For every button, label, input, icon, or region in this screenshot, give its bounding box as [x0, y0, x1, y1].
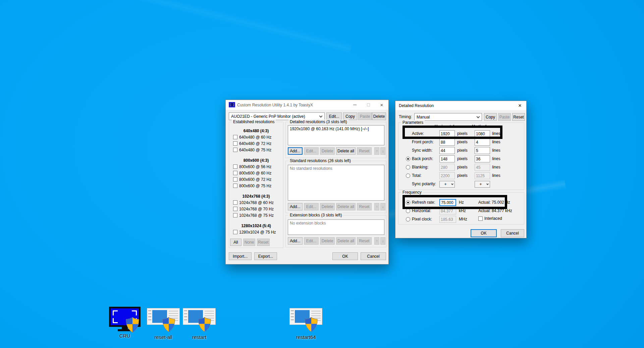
- checkbox-unchecked[interactable]: [233, 148, 237, 152]
- resolution-group-header: 1024x768 (4:3): [231, 193, 281, 199]
- window-title: Custom Resolution Utility 1.4.1 by Toast…: [237, 103, 313, 107]
- checkbox-unchecked[interactable]: [233, 207, 237, 211]
- resolution-group-header: 800x600 (4:3): [231, 157, 281, 163]
- resolution-group-header: 640x480 (4:3): [231, 128, 281, 134]
- standard-resolutions-listbox[interactable]: No standard resolutions: [288, 165, 384, 201]
- cru-titlebar[interactable]: Custom Resolution Utility 1.4.1 by Toast…: [226, 100, 388, 110]
- monitor-edit-button[interactable]: Edit...: [326, 112, 342, 120]
- detailed-resolution-item[interactable]: 1920x1080 @ 60.163 Hz (141.00 MHz) [–/–]: [290, 127, 382, 131]
- interlaced-checkbox-unchecked[interactable]: [478, 216, 483, 221]
- timing-select[interactable]: Manual: [414, 113, 482, 121]
- interlaced-checkbox-row[interactable]: Interlaced: [478, 216, 502, 221]
- resolution-checkbox-row[interactable]: 1024x768 @ 70 Hz: [231, 206, 281, 212]
- resolution-checkbox-row[interactable]: 800x600 @ 56 Hz: [231, 163, 281, 170]
- resolution-checkbox-row[interactable]: 640x480 @ 75 Hz: [231, 147, 281, 153]
- monitor-select-value: AUO21ED - Generic PnP Monitor (active): [231, 114, 305, 119]
- unit-label: lines: [492, 173, 500, 178]
- sync-polarity-vertical-select[interactable]: +: [475, 181, 490, 188]
- import-button[interactable]: Import...: [229, 252, 252, 260]
- monitor-copy-button[interactable]: Copy: [343, 112, 357, 120]
- detailed-add-button[interactable]: Add...: [288, 147, 303, 155]
- up-arrow-icon: ↑: [376, 204, 378, 209]
- extension-blocks-group: Extension blocks (3 slots left) No exten…: [285, 215, 386, 247]
- checkbox-unchecked[interactable]: [233, 171, 237, 175]
- icon-label: CRU: [106, 333, 143, 339]
- total-vertical-input: [475, 172, 490, 179]
- sync-width-row: Sync width: pixels lines: [401, 147, 521, 154]
- front-porch-vertical-input[interactable]: [475, 139, 490, 146]
- total-radio[interactable]: [406, 173, 410, 178]
- checkbox-unchecked[interactable]: [233, 200, 237, 205]
- checkbox-label: 1024x768 @ 70 Hz: [239, 207, 274, 211]
- sync-width-vertical-input[interactable]: [475, 147, 490, 154]
- horizontal-radio[interactable]: [406, 209, 410, 213]
- move-up-button: ↑: [374, 147, 379, 155]
- close-button[interactable]: ×: [514, 101, 526, 110]
- annotation-box-refresh-rate-row: [402, 195, 507, 209]
- back-porch-horizontal-input[interactable]: [439, 155, 455, 162]
- dialog-cancel-button[interactable]: Cancel: [501, 229, 524, 237]
- established-all-button[interactable]: All: [230, 239, 241, 246]
- checkbox-unchecked[interactable]: [233, 230, 237, 234]
- checkbox-label: 640x480 @ 60 Hz: [239, 135, 271, 140]
- checkbox-unchecked[interactable]: [233, 141, 237, 146]
- sync-polarity-horizontal-select[interactable]: +: [439, 181, 455, 188]
- monitor-select[interactable]: AUO21ED - Generic PnP Monitor (active): [229, 112, 325, 120]
- checkbox-unchecked[interactable]: [233, 135, 237, 139]
- icon-label: reset-all: [145, 334, 182, 340]
- group-label: Detailed resolutions (3 slots left): [288, 119, 348, 124]
- timing-reset-button[interactable]: Reset: [512, 113, 525, 121]
- back-porch-radio-selected[interactable]: [406, 157, 410, 161]
- resolution-checkbox-row[interactable]: 640x480 @ 60 Hz: [231, 134, 281, 140]
- dialog-titlebar[interactable]: Detailed Resolution ×: [395, 101, 526, 110]
- resolution-checkbox-row[interactable]: 800x600 @ 60 Hz: [231, 170, 281, 176]
- resolution-checkbox-row[interactable]: 1024x768 @ 60 Hz: [231, 199, 281, 206]
- desktop-icon-restart[interactable]: restart: [181, 307, 218, 340]
- resolution-checkbox-row[interactable]: 640x480 @ 72 Hz: [231, 140, 281, 147]
- dialog-title: Detailed Resolution: [399, 103, 434, 108]
- checkbox-unchecked[interactable]: [233, 177, 237, 182]
- checkbox-unchecked[interactable]: [233, 164, 237, 169]
- detailed-delete-all-button[interactable]: Delete all: [336, 147, 356, 155]
- cru-ok-button[interactable]: OK: [332, 252, 358, 260]
- unit-label: pixels: [457, 173, 468, 178]
- row-label: Total:: [412, 173, 422, 178]
- checkbox-label: 1280x1024 @ 75 Hz: [239, 230, 276, 235]
- export-button[interactable]: Export...: [254, 252, 277, 260]
- desktop-icon-restart64[interactable]: restart64: [287, 307, 324, 340]
- resolution-checkbox-row[interactable]: 1024x768 @ 75 Hz: [231, 212, 281, 218]
- sync-width-horizontal-input[interactable]: [439, 147, 455, 154]
- desktop-icon-cru[interactable]: CRU: [106, 307, 143, 339]
- desktop-icon-reset-all[interactable]: reset-all: [145, 307, 182, 340]
- checkbox-unchecked[interactable]: [233, 184, 237, 188]
- extension-blocks-listbox[interactable]: No extension blocks: [288, 219, 384, 235]
- timing-copy-button[interactable]: Copy: [484, 113, 497, 121]
- uac-shield-icon: [197, 317, 212, 332]
- checkbox-label: 640x480 @ 72 Hz: [239, 141, 271, 146]
- unit-label: pixels: [457, 156, 468, 161]
- back-porch-row: Back porch: pixels lines: [401, 155, 521, 163]
- timing-select-value: Manual: [417, 115, 430, 119]
- front-porch-horizontal-input[interactable]: [439, 139, 455, 146]
- resolution-checkbox-row[interactable]: 800x600 @ 72 Hz: [231, 176, 281, 183]
- standard-add-button[interactable]: Add...: [288, 203, 303, 210]
- detailed-resolutions-listbox[interactable]: 1920x1080 @ 60.163 Hz (141.00 MHz) [–/–]: [288, 125, 384, 145]
- cru-cancel-button[interactable]: Cancel: [361, 252, 386, 260]
- chevron-down-icon: [486, 183, 489, 185]
- minimize-button[interactable]: [348, 100, 362, 110]
- monitor-delete-button[interactable]: Delete: [372, 112, 386, 120]
- standard-reset-button: Reset: [357, 203, 372, 210]
- extension-add-button[interactable]: Add...: [288, 237, 303, 245]
- dialog-ok-button[interactable]: OK: [471, 229, 497, 237]
- resolution-checkbox-row[interactable]: 1280x1024 @ 75 Hz: [231, 229, 281, 235]
- checkbox-unchecked[interactable]: [233, 213, 237, 217]
- checkbox-label: 1024x768 @ 60 Hz: [239, 200, 274, 205]
- back-porch-vertical-input[interactable]: [475, 155, 490, 162]
- blanking-radio[interactable]: [406, 165, 410, 169]
- front-porch-row: Front porch: pixels lines: [401, 139, 521, 146]
- chevron-down-icon: [319, 114, 323, 117]
- close-button[interactable]: ×: [375, 100, 388, 110]
- resolution-checkbox-row[interactable]: 800x600 @ 75 Hz: [231, 183, 281, 189]
- pixel-clock-radio[interactable]: [406, 217, 410, 221]
- established-reset-button: Reset: [257, 239, 270, 246]
